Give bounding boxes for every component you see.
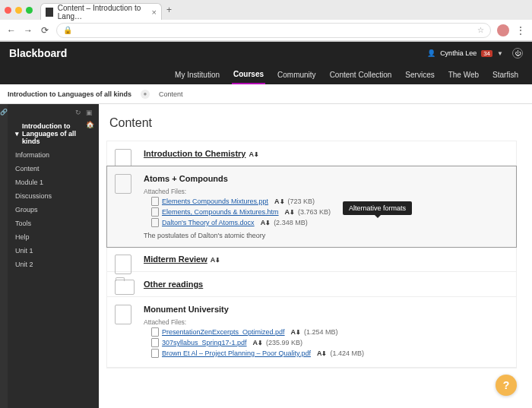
alt-format-icon[interactable]: A⬇ [249,150,259,158]
sidebar-display-icon[interactable]: ▣ [86,109,93,116]
document-icon [115,174,131,194]
nav-starfish[interactable]: Starfish [491,66,520,84]
nav-my-institution[interactable]: My Institution [173,66,221,84]
file-size: (2.348 MB) [274,219,308,226]
sidebar-item-label: Information [15,151,49,159]
sidebar-item-unit-1[interactable]: Unit 1 [8,244,99,258]
reload-button[interactable]: ⟳ [40,25,50,36]
document-icon [115,305,131,324]
file-link[interactable]: Dalton's Theory of Atoms.docx [162,219,255,226]
file-size: (3.763 KB) [298,208,331,216]
address-bar[interactable]: 🔒 ☆ [56,23,491,38]
alt-format-icon[interactable]: A⬇ [274,198,285,205]
sidebar-item-information[interactable]: Information [8,148,99,162]
bookmark-star-icon[interactable]: ☆ [477,26,484,34]
sidebar-home-icon[interactable]: 🏠 [86,121,94,128]
sidebar-item-discussions[interactable]: Discussions [8,189,99,203]
browser-menu-icon[interactable]: ⋮ [515,25,526,36]
window-controls [5,7,33,14]
sidebar-item-label: Discussions [15,192,52,200]
collapse-rail[interactable]: 🔗 [0,104,8,408]
content-item: Midterm ReviewA⬇ [107,247,516,272]
content-item: Introduction to ChemistryA⬇ [107,141,516,166]
back-button[interactable]: ← [6,25,17,36]
minimize-window-icon[interactable] [15,7,22,14]
file-link[interactable]: PresentationZenExcerpts_Optimized.pdf [162,328,285,336]
alt-format-icon[interactable]: A⬇ [317,349,328,357]
user-menu[interactable]: 👤 Cynthia Lee 34 ▼ ⏻ [427,48,523,59]
content-item-title[interactable]: Midterm Review [144,255,207,264]
alt-format-icon[interactable]: A⬇ [291,328,302,336]
nav-courses[interactable]: Courses [232,65,265,84]
alt-format-icon[interactable]: A⬇ [253,339,264,346]
favicon-icon [46,8,53,17]
sidebar-item-label: Unit 1 [15,247,33,255]
folder-icon [115,280,135,295]
file-size: (235.99 KB) [266,339,302,346]
sidebar-item-module-1[interactable]: Module 1 [8,176,99,189]
sidebar-item-help[interactable]: Help [8,230,99,244]
browser-profile-avatar[interactable] [497,24,509,36]
sidebar-item-introduction-to-language[interactable]: ▾Introduction to Languages of all kinds [8,119,99,148]
forward-button[interactable]: → [23,25,33,36]
file-icon [151,338,159,347]
breadcrumb-home-icon[interactable]: ● [141,90,150,99]
file-icon [151,349,159,358]
file-icon [151,327,159,337]
brand-logo[interactable]: Blackboard [9,47,67,59]
nav-services[interactable]: Services [404,66,435,84]
course-sidebar: ↻ ▣ 🏠 ▾Introduction to Languages of all … [8,104,99,408]
file-link[interactable]: Brown Et Al – Project Planning – Poor Qu… [162,349,311,357]
file-size: (1.424 MB) [330,349,364,357]
sidebar-item-unit-2[interactable]: Unit 2 [8,258,99,271]
file-link[interactable]: Elements Compounds Mixtures.ppt [162,198,268,205]
file-link[interactable]: Elements, Compounds & Mixtures.htm [162,208,279,216]
sidebar-item-tools[interactable]: Tools [8,217,99,230]
tab-close-icon[interactable]: × [152,8,157,17]
sidebar-item-label: Module 1 [15,179,43,186]
sidebar-refresh-icon[interactable]: ↻ [75,109,81,116]
close-window-icon[interactable] [5,7,11,14]
lock-icon: 🔒 [63,26,72,34]
notification-badge: 34 [481,50,492,57]
header-top: Blackboard 👤 Cynthia Lee 34 ▼ ⏻ [0,42,532,65]
breadcrumb-section[interactable]: Content [159,90,183,98]
alt-format-icon[interactable]: A⬇ [285,208,296,216]
nav-the-web[interactable]: The Web [447,66,480,84]
nav-community[interactable]: Community [276,66,318,84]
page-title: Content [109,116,517,130]
sidebar-item-label: Tools [15,220,31,227]
file-size: (1.254 MB) [304,328,338,336]
main-content: Content Introduction to ChemistryA⬇Atoms… [99,104,532,408]
nav-content-collection[interactable]: Content Collection [328,66,394,84]
content-item-title[interactable]: Other readings [144,280,203,289]
breadcrumb-course[interactable]: Introduction to Languages of all kinds [8,90,131,98]
help-fab[interactable]: ? [496,375,517,396]
breadcrumb: Introduction to Languages of all kinds ●… [0,84,532,104]
browser-tab[interactable]: Content – Introduction to Lang… × [40,3,162,20]
attached-file-row: 307syllabus_Spring17-1.pdfA⬇(235.99 KB) [151,338,507,347]
link-icon: 🔗 [0,109,8,115]
file-link[interactable]: 307syllabus_Spring17-1.pdf [162,339,247,346]
file-icon [151,207,159,217]
content-item: Monument UniversityAttached Files:Presen… [107,297,516,368]
sidebar-item-groups[interactable]: Groups [8,203,99,217]
alt-format-icon[interactable]: A⬇ [211,256,221,264]
content-item-title[interactable]: Introduction to Chemistry [144,149,245,158]
primary-nav: My InstitutionCoursesCommunityContent Co… [0,65,532,84]
sidebar-item-label: Help [15,233,30,241]
maximize-window-icon[interactable] [26,7,33,14]
attached-file-row: Brown Et Al – Project Planning – Poor Qu… [151,349,507,358]
chevron-down-icon: ▼ [497,50,503,57]
new-tab-button[interactable]: + [166,5,172,15]
content-item: Other readings [107,272,516,297]
logout-button[interactable]: ⏻ [512,48,523,59]
sidebar-item-content[interactable]: Content [8,162,99,176]
caret-icon: ▾ [15,130,19,138]
browser-toolbar: ← → ⟳ 🔒 ☆ ⋮ [0,20,532,41]
attached-file-row: Elements, Compounds & Mixtures.htmA⬇(3.7… [151,207,507,217]
app-header: Blackboard 👤 Cynthia Lee 34 ▼ ⏻ My Insti… [0,42,532,84]
alt-format-icon[interactable]: A⬇ [261,219,271,226]
sidebar-item-label: Content [15,165,40,172]
tooltip: Alternative formats [343,201,412,215]
